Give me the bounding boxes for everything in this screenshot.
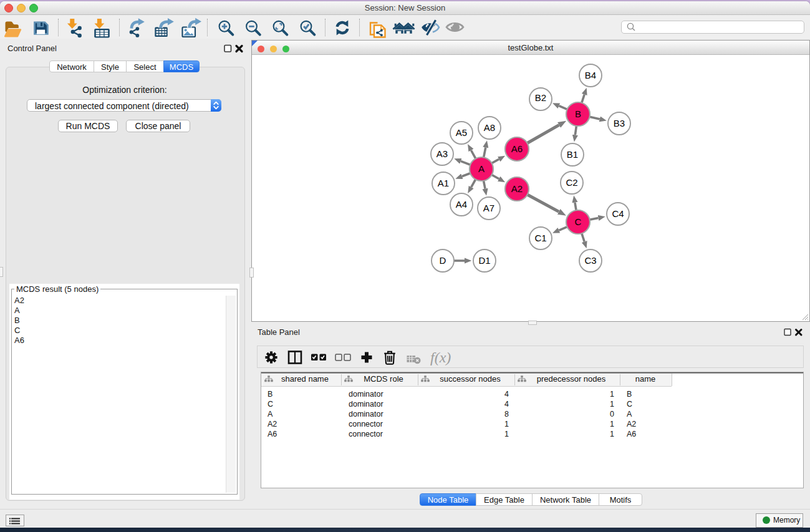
svg-text:predecessor nodes: predecessor nodes — [537, 374, 606, 384]
svg-text:1: 1 — [610, 390, 614, 399]
svg-text:successor nodes: successor nodes — [440, 374, 501, 384]
svg-text:A3: A3 — [436, 148, 448, 159]
svg-text:C: C — [268, 400, 273, 409]
svg-text:C4: C4 — [612, 208, 624, 219]
svg-text:B: B — [575, 109, 581, 119]
svg-text:dominator: dominator — [349, 390, 383, 399]
svg-text:4: 4 — [504, 400, 509, 409]
svg-text:1: 1 — [610, 400, 614, 409]
svg-text:B3: B3 — [614, 118, 625, 128]
svg-text:connector: connector — [349, 430, 383, 438]
svg-text:1: 1 — [504, 420, 509, 428]
svg-text:A1: A1 — [438, 178, 449, 188]
svg-text:C: C — [575, 216, 582, 227]
svg-text:A7: A7 — [483, 203, 494, 213]
svg-text:A6: A6 — [268, 430, 277, 438]
svg-text:0: 0 — [610, 410, 614, 418]
svg-text:4: 4 — [504, 390, 509, 399]
svg-text:dominator: dominator — [349, 400, 383, 409]
svg-text:shared name: shared name — [281, 374, 329, 384]
svg-text:A6: A6 — [511, 143, 523, 154]
svg-text:C1: C1 — [534, 233, 546, 243]
svg-text:C3: C3 — [584, 255, 596, 266]
svg-text:B2: B2 — [535, 92, 546, 103]
svg-text:A2: A2 — [268, 420, 277, 428]
svg-text:B: B — [268, 390, 272, 399]
svg-text:A: A — [627, 410, 632, 418]
svg-text:A8: A8 — [484, 122, 495, 133]
svg-text:B1: B1 — [567, 149, 578, 160]
svg-text:A5: A5 — [456, 127, 467, 138]
svg-text:A2: A2 — [511, 183, 523, 194]
svg-text:B: B — [627, 390, 632, 399]
svg-text:1: 1 — [610, 430, 614, 438]
svg-text:dominator: dominator — [349, 410, 383, 418]
svg-text:1: 1 — [504, 430, 509, 438]
svg-text:D1: D1 — [478, 255, 490, 266]
svg-text:A4: A4 — [456, 199, 467, 210]
svg-text:1: 1 — [610, 420, 614, 428]
svg-text:f(x): f(x) — [430, 349, 451, 365]
svg-text:connector: connector — [349, 420, 383, 428]
svg-text:A2: A2 — [627, 420, 636, 428]
svg-text:A6: A6 — [627, 430, 636, 438]
svg-text:C2: C2 — [566, 177, 577, 188]
svg-text:A: A — [478, 163, 485, 174]
svg-text:D: D — [440, 255, 446, 266]
svg-text:A: A — [268, 410, 273, 418]
svg-text:MCDS role: MCDS role — [364, 374, 403, 384]
svg-text:8: 8 — [504, 410, 509, 418]
svg-text:name: name — [635, 374, 656, 384]
svg-text:C: C — [627, 400, 632, 409]
svg-text:B4: B4 — [585, 70, 596, 80]
